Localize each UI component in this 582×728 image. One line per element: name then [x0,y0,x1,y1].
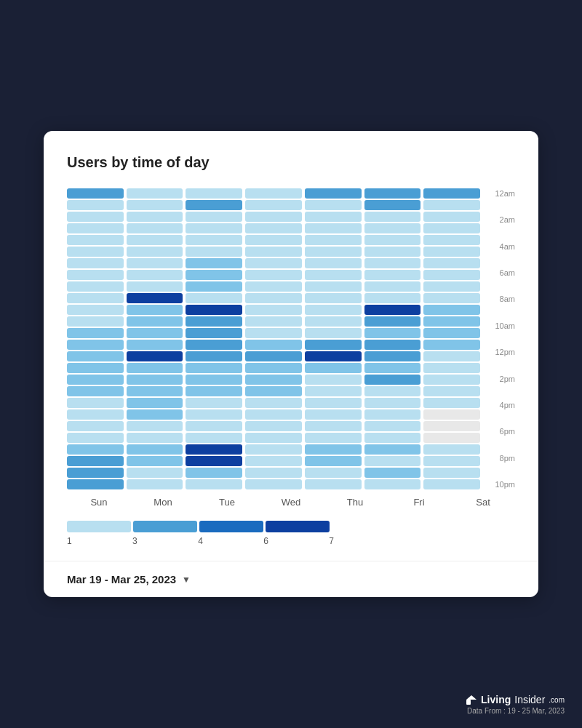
branding-section: LivingInsider.com Data From : 19 - 25 Ma… [466,694,565,715]
x-axis-label: Tue [195,497,259,508]
heatmap-cell [364,281,421,292]
heatmap-cell [364,212,421,222]
x-axis-label: Mon [131,497,195,508]
heatmap-cell [67,444,124,455]
heatmap-cell [67,293,124,303]
heatmap-cell [423,223,480,233]
x-axis-label: Fri [387,497,451,508]
heatmap-cell [127,305,183,315]
heatmap-cell [127,398,183,408]
heatmap-cell [127,247,183,257]
heatmap-cell [245,386,302,396]
x-axis-label: Wed [259,497,323,508]
heatmap-cell [305,212,362,222]
grid-row [67,293,480,303]
heatmap-cell [127,444,183,455]
heatmap-cell [305,293,362,303]
heatmap-cell [67,200,124,210]
x-axis-label: Sun [67,497,131,508]
heatmap-cell [423,316,480,327]
heatmap-cell [364,398,421,408]
heatmap-cell [186,363,242,373]
y-axis-label: 2pm [487,374,515,384]
heatmap-cell [67,328,124,338]
heatmap-cell [245,340,302,350]
heatmap-cell [364,270,421,280]
heatmap-cell [423,188,480,199]
legend: 1 3 4 6 7 [67,521,515,546]
legend-num-6: 6 [263,536,268,546]
heatmap-cell [127,293,183,303]
brand-icon [466,694,477,705]
chart-section: Users by time of day 12am2am4am6am8am10a… [44,131,538,561]
heatmap-cell [364,351,421,361]
heatmap-cell [245,433,302,443]
chart-title: Users by time of day [67,154,515,171]
heatmap-cell [127,270,183,280]
y-axis-label: 6pm [487,426,515,436]
heatmap-cell [245,456,302,466]
heatmap-cell [67,456,124,466]
heatmap-cell [364,363,421,373]
heatmap-cell [305,200,362,210]
card-footer: Mar 19 - Mar 25, 2023 ▼ [44,561,538,597]
heatmap-cell [245,398,302,408]
heatmap-cell [127,212,183,222]
heatmap-cell [305,247,362,257]
grid-row [67,409,480,420]
heatmap-cell [364,200,421,210]
heatmap-cell [186,409,242,420]
heatmap-cell [364,316,421,327]
heatmap-cell [67,223,124,233]
heatmap-cell [127,433,183,443]
heatmap-cell [245,316,302,327]
grid-row [67,270,480,280]
y-axis-label: 12pm [487,347,515,357]
heatmap-cell [364,293,421,303]
heatmap-cell [245,375,302,385]
legend-bar-3 [133,521,197,532]
heatmap-cell [305,223,362,233]
heatmap-cell [305,433,362,443]
heatmap-cell [67,258,124,268]
heatmap-cell [245,200,302,210]
heatmap-cell [186,200,242,210]
heatmap-cell [127,223,183,233]
heatmap-cell [186,386,242,396]
legend-bar-4 [199,521,263,532]
y-axis-label: 10pm [487,479,515,489]
heatmap-cell [423,293,480,303]
heatmap-cell [245,328,302,338]
heatmap-cell [67,433,124,443]
heatmap-cell [364,456,421,466]
grid-row [67,316,480,327]
heatmap-cell [423,200,480,210]
heatmap-cell [305,398,362,408]
svg-rect-0 [466,700,471,705]
date-range-selector[interactable]: Mar 19 - Mar 25, 2023 ▼ [67,573,191,585]
heatmap-cell [305,258,362,268]
heatmap-cell [67,409,124,420]
y-axis-label: 10am [487,321,515,331]
heatmap-cell [67,270,124,280]
heatmap-cell [305,468,362,478]
heatmap-cell [186,479,242,489]
heatmap-cell [127,363,183,373]
heatmap-cell [67,281,124,292]
heatmap-cell [245,281,302,292]
heatmap-cell [186,247,242,257]
heatmap-cell [67,188,124,199]
heatmap-cell [305,409,362,420]
heatmap-cell [127,409,183,420]
heatmap-cell [245,223,302,233]
heatmap-cell [423,305,480,315]
heatmap-cell [245,188,302,199]
heatmap-cell [67,398,124,408]
grid-row [67,200,480,210]
heatmap-cell [305,444,362,455]
heatmap-cell [305,363,362,373]
heatmap-cell [364,421,421,431]
heatmap-grid [67,188,480,489]
heatmap-cell [127,468,183,478]
heatmap-cell [186,328,242,338]
